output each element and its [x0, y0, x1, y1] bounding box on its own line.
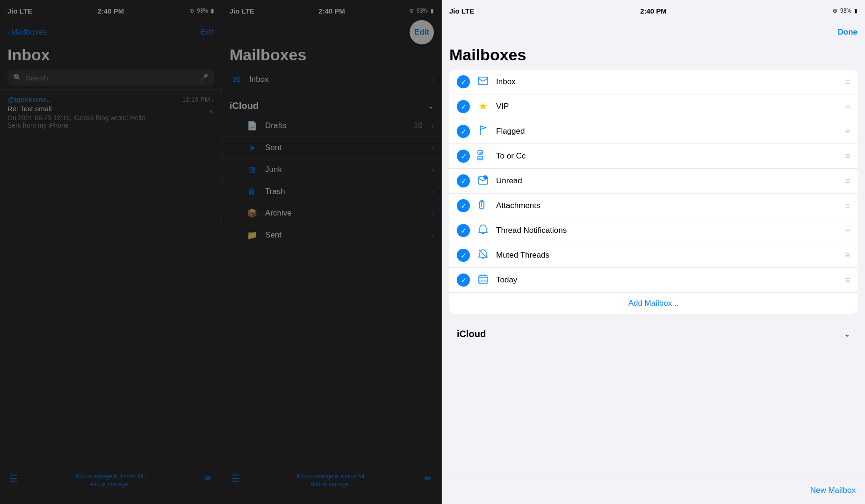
vip-handle[interactable]: ≡ [845, 102, 850, 112]
toorcc-icon-p3: TO CC [476, 150, 490, 163]
p3-today-item[interactable]: ✓ ◻◻◻ Today ≡ [449, 268, 858, 293]
thread-notif-icon-p3 [476, 224, 490, 237]
svg-rect-0 [478, 77, 488, 85]
mailboxes-panel: Jio LTE 2:40 PM ⊕ 93% ▮ Edit Mailboxes ✉… [222, 0, 442, 504]
vip-label-p3: VIP [496, 102, 838, 111]
flagged-handle[interactable]: ≡ [845, 127, 850, 137]
battery-percent-3: 93% [840, 7, 851, 14]
toorcc-handle[interactable]: ≡ [845, 151, 850, 161]
vip-check[interactable]: ✓ [457, 100, 470, 113]
bottom-bar-2: ☰ iCloud storage is almost full. Add or … [222, 467, 441, 504]
email-sender-1: @igeeksme... [7, 95, 52, 103]
drafts-label: Drafts [265, 121, 407, 130]
done-button[interactable]: Done [838, 28, 858, 37]
p3-icloud-section[interactable]: iCloud ⌄ [449, 325, 858, 343]
battery-percent-2: 93% [417, 7, 428, 14]
unread-icon-p3 [476, 175, 490, 187]
time-3: 2:40 PM [640, 7, 667, 15]
muted-threads-label-p3: Muted Threads [496, 251, 838, 260]
edit-button-1[interactable]: Edit [201, 28, 214, 37]
p3-attachments-item[interactable]: ✓ Attachments ≡ [449, 194, 858, 218]
svg-point-7 [483, 175, 487, 179]
muted-threads-handle[interactable]: ≡ [845, 251, 850, 260]
storage-text-2: iCloud storage is almost full. Add or ma… [240, 473, 424, 489]
toorcc-label-p3: To or Cc [496, 151, 838, 161]
p3-flagged-item[interactable]: ✓ Flagged ≡ [449, 119, 858, 144]
p3-muted-threads-item[interactable]: ✓ Muted Threads ≡ [449, 243, 858, 268]
battery-icon-2: ▮ [431, 7, 434, 14]
archive-item[interactable]: 📦 Archive › [222, 202, 441, 224]
today-check[interactable]: ✓ [457, 274, 470, 287]
email-item-1[interactable]: @igeeksme... 12:19 PM › Re: Test email O… [0, 89, 222, 135]
pencil-icon[interactable]: ✏ [204, 473, 212, 484]
sent-item[interactable]: ➤ Sent › [222, 137, 441, 159]
search-placeholder-1: Search [26, 74, 48, 82]
compose-icon[interactable]: ☰ [9, 473, 18, 484]
search-bar-1[interactable]: 🔍 Search 🎤 [7, 70, 214, 86]
inbox-panel: Jio LTE 2:40 PM ⊕ 93% ▮ ‹ Mailboxes Edit… [0, 0, 222, 504]
archive-label: Archive [265, 209, 425, 218]
location-icon-3: ⊕ [833, 7, 837, 14]
attachments-check[interactable]: ✓ [457, 199, 470, 212]
email-time-text-1: 12:19 PM [182, 96, 210, 103]
carrier-2: Jio LTE [230, 7, 254, 15]
mailboxes-section: ✓ Inbox ≡ ✓ ★ VIP ≡ ✓ [449, 70, 858, 314]
today-handle[interactable]: ≡ [845, 275, 850, 285]
chevron-left-icon: ‹ [7, 28, 10, 37]
icloud-section-header[interactable]: iCloud ⌄ [222, 91, 441, 115]
inbox-title: Inbox [0, 44, 222, 68]
unread-handle[interactable]: ≡ [845, 176, 850, 186]
thread-notif-handle[interactable]: ≡ [845, 226, 850, 236]
drafts-item[interactable]: 📄 Drafts 10 › [222, 115, 441, 137]
toorcc-check[interactable]: ✓ [457, 150, 470, 163]
inbox-mailbox-item[interactable]: ✉ Inbox › [222, 68, 441, 91]
p3-toorcc-item[interactable]: ✓ TO CC To or Cc ≡ [449, 144, 858, 169]
attachments-handle[interactable]: ≡ [845, 201, 850, 211]
back-button-1[interactable]: ‹ Mailboxes [7, 28, 47, 37]
battery-3: ⊕ 93% ▮ [833, 7, 858, 14]
nav-bar-2: Edit [222, 21, 441, 44]
new-mailbox-button[interactable]: New Mailbox [810, 486, 856, 495]
p3-unread-item[interactable]: ✓ Unread ≡ [449, 169, 858, 194]
add-mailbox-button[interactable]: Add Mailbox... [449, 293, 858, 314]
svg-text:◻◻◻: ◻◻◻ [479, 279, 487, 282]
mailboxes-title-3: Mailboxes [442, 44, 865, 70]
inbox-handle[interactable]: ≡ [845, 77, 850, 87]
flagged-check[interactable]: ✓ [457, 125, 470, 138]
icloud-title: iCloud [230, 101, 259, 111]
muted-threads-icon-p3 [476, 249, 490, 262]
email-list: @igeeksme... 12:19 PM › Re: Test email O… [0, 89, 222, 504]
inbox-check[interactable]: ✓ [457, 75, 470, 88]
inbox-label-p3: Inbox [496, 77, 838, 86]
mailboxes-title-2: Mailboxes [222, 44, 441, 68]
bottom-bar-1: ☰ iCloud storage is almost full. Add or … [0, 467, 222, 504]
icloud-chevron: ⌄ [428, 101, 434, 110]
p3-thread-notif-item[interactable]: ✓ Thread Notifications ≡ [449, 218, 858, 243]
trash-label: Trash [265, 187, 425, 196]
compose-icon-2[interactable]: ☰ [231, 473, 240, 484]
status-bar-3: Jio LTE 2:40 PM ⊕ 93% ▮ [442, 0, 865, 21]
mic-icon[interactable]: 🎤 [200, 73, 209, 82]
trash-item[interactable]: 🗑 Trash › [222, 181, 441, 202]
edit-pencil-icon: ✎ [209, 108, 214, 115]
pencil-icon-2[interactable]: ✏ [424, 473, 432, 484]
unread-check[interactable]: ✓ [457, 174, 470, 187]
sent2-item[interactable]: 📁 Sent › [222, 224, 441, 246]
edit-mailboxes-list: ✓ Inbox ≡ ✓ ★ VIP ≡ ✓ [442, 70, 865, 504]
muted-threads-check[interactable]: ✓ [457, 249, 470, 262]
search-icon: 🔍 [13, 73, 22, 82]
flagged-icon-p3 [476, 125, 490, 138]
sent-chevron: › [432, 144, 434, 151]
edit-circle-button[interactable]: Edit [410, 20, 434, 44]
drafts-chevron: › [432, 122, 434, 130]
inbox-mailbox-label: Inbox [249, 75, 425, 84]
p3-bottom-bar: New Mailbox [442, 476, 865, 504]
sent2-label: Sent [265, 230, 425, 240]
p3-vip-item[interactable]: ✓ ★ VIP ≡ [449, 94, 858, 119]
junk-item[interactable]: ⊠ Junk › [222, 159, 441, 181]
carrier-1: Jio LTE [7, 7, 32, 15]
status-bar-2: Jio LTE 2:40 PM ⊕ 93% ▮ [222, 0, 441, 21]
thread-notif-check[interactable]: ✓ [457, 224, 470, 237]
nav-bar-3: Done [442, 21, 865, 44]
p3-inbox-item[interactable]: ✓ Inbox ≡ [449, 70, 858, 94]
